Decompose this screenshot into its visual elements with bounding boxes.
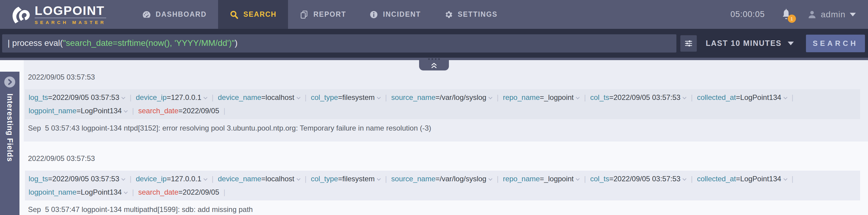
- notifications-button[interactable]: 1: [781, 9, 791, 20]
- chevron-down-icon[interactable]: [297, 177, 301, 181]
- chevron-down-icon[interactable]: [204, 177, 208, 181]
- field-value: =127.0.0.1: [167, 93, 202, 101]
- field-value: =localhost: [261, 93, 294, 101]
- fields-row: logpoint_name=LogPoint134|search_date=20…: [29, 104, 858, 117]
- field-separator: |: [132, 107, 134, 115]
- nav-label: DASHBOARD: [156, 10, 207, 19]
- log-entry: 2022/09/05 03:57:53 log_ts=2022/09/05 03…: [24, 60, 868, 142]
- chevron-down-icon[interactable]: [297, 95, 301, 99]
- field-chip-search_date[interactable]: search_date=2022/09/05: [138, 107, 219, 115]
- nav-item-report[interactable]: REPORT: [288, 0, 358, 29]
- interesting-fields-sidebar[interactable]: Interesting Fields: [0, 72, 20, 215]
- field-chip-col_type[interactable]: col_type=filesystem: [311, 93, 381, 101]
- chevron-down-icon[interactable]: [204, 95, 208, 99]
- query-input[interactable]: | process eval("search_date=strftime(now…: [2, 34, 676, 52]
- log-entry: 2022/09/05 03:57:53 log_ts=2022/09/05 03…: [24, 142, 868, 215]
- session-timer: 05:00:05: [731, 10, 765, 19]
- chevron-down-icon[interactable]: [576, 177, 580, 181]
- field-chip-log_ts[interactable]: log_ts=2022/09/05 03:57:53: [29, 93, 125, 101]
- field-name: logpoint_name: [29, 107, 76, 115]
- field-name: col_type: [311, 93, 338, 101]
- chevron-down-icon[interactable]: [489, 177, 492, 181]
- chevron-down-icon[interactable]: [124, 190, 128, 194]
- chevron-down-icon[interactable]: [683, 95, 687, 99]
- query-segment-string: "search_date=strftime(now(), 'YYYY/MM/dd…: [63, 38, 235, 48]
- field-name: collected_at: [697, 93, 736, 101]
- field-chip-collected_at[interactable]: collected_at=LogPoint134: [697, 93, 787, 101]
- entry-message: Sep 5 03:57:47 logpoint-134 multipathd[1…: [28, 205, 860, 214]
- field-chip-device_name[interactable]: device_name=localhost: [218, 93, 301, 101]
- time-range-label: LAST 10 MINUTES: [706, 39, 782, 48]
- field-chip-collected_at[interactable]: collected_at=LogPoint134: [697, 175, 787, 183]
- field-name: logpoint_name: [29, 188, 76, 196]
- field-chip-search_date[interactable]: search_date=2022/09/05: [138, 188, 219, 196]
- field-name: device_name: [218, 93, 261, 101]
- logpoint-logo[interactable]: LOGPOINT SEARCH MASTER: [10, 0, 106, 29]
- field-value: =LogPoint134: [736, 93, 781, 101]
- nav-item-search[interactable]: SEARCH: [218, 0, 288, 29]
- field-chip-repo_name[interactable]: repo_name=_logpoint: [503, 175, 580, 183]
- chevron-down-icon[interactable]: [377, 95, 381, 99]
- search-button[interactable]: SEARCH: [806, 35, 865, 52]
- field-separator: |: [497, 93, 498, 101]
- field-separator: |: [584, 93, 586, 101]
- field-chip-col_type[interactable]: col_type=filesystem: [311, 175, 381, 183]
- chevron-down-icon[interactable]: [377, 177, 381, 181]
- expand-chevron-right-icon[interactable]: [4, 76, 16, 88]
- chevron-down-icon[interactable]: [783, 95, 787, 99]
- search-bar: | process eval("search_date=strftime(now…: [0, 29, 868, 58]
- field-name: repo_name: [503, 175, 539, 183]
- field-chip-device_ip[interactable]: device_ip=127.0.0.1: [136, 93, 208, 101]
- field-chip-source_name[interactable]: source_name=/var/log/syslog: [391, 175, 492, 183]
- field-chip-source_name[interactable]: source_name=/var/log/syslog: [391, 93, 492, 101]
- field-chip-col_ts[interactable]: col_ts=2022/09/05 03:57:53: [590, 175, 687, 183]
- entry-fields-band: log_ts=2022/09/05 03:57:53|device_ip=127…: [25, 89, 860, 119]
- field-separator: |: [130, 93, 131, 101]
- collapse-searchbar-tab[interactable]: [419, 60, 449, 70]
- field-separator: |: [385, 175, 387, 183]
- chevron-down-icon[interactable]: [489, 95, 492, 99]
- log-entries-list: 2022/09/05 03:57:53 log_ts=2022/09/05 03…: [24, 60, 868, 215]
- field-chip-logpoint_name[interactable]: logpoint_name=LogPoint134: [29, 107, 128, 115]
- field-value: =_logpoint: [540, 93, 574, 101]
- field-separator: |: [223, 188, 225, 196]
- user-menu[interactable]: admin: [807, 10, 856, 20]
- query-filter-button[interactable]: [680, 35, 697, 51]
- sliders-icon: [684, 39, 693, 48]
- nav-item-incident[interactable]: INCIDENT: [358, 0, 432, 29]
- collapse-strip: [0, 58, 868, 60]
- entry-fields-band: log_ts=2022/09/05 03:57:53|device_ip=127…: [25, 171, 860, 201]
- field-name: source_name: [391, 93, 435, 101]
- chevron-down-icon[interactable]: [124, 109, 128, 113]
- chevron-down-icon[interactable]: [683, 177, 687, 181]
- field-separator: |: [497, 175, 498, 183]
- field-separator: |: [691, 175, 692, 183]
- chevron-down-icon[interactable]: [576, 95, 580, 99]
- chevron-down-icon[interactable]: [121, 95, 125, 99]
- dashboard-gauge-icon: [142, 10, 151, 19]
- entry-timestamp: 2022/09/05 03:57:53: [28, 154, 860, 163]
- field-chip-col_ts[interactable]: col_ts=2022/09/05 03:57:53: [590, 93, 687, 101]
- field-chip-logpoint_name[interactable]: logpoint_name=LogPoint134: [29, 188, 128, 196]
- nav-item-settings[interactable]: SETTINGS: [432, 0, 509, 29]
- field-chip-device_ip[interactable]: device_ip=127.0.0.1: [136, 175, 208, 183]
- field-separator: |: [212, 175, 214, 183]
- field-name: search_date: [138, 188, 179, 196]
- field-name: device_name: [218, 175, 261, 183]
- field-chip-device_name[interactable]: device_name=localhost: [218, 175, 301, 183]
- field-separator: |: [305, 93, 307, 101]
- time-range-dropdown[interactable]: LAST 10 MINUTES: [706, 39, 794, 48]
- user-caret-down-icon: [850, 13, 856, 16]
- fields-row: log_ts=2022/09/05 03:57:53|device_ip=127…: [29, 91, 858, 104]
- field-name: device_ip: [136, 93, 167, 101]
- nav-item-dashboard[interactable]: DASHBOARD: [130, 0, 218, 29]
- fields-row: log_ts=2022/09/05 03:57:53|device_ip=127…: [29, 172, 858, 185]
- field-separator: |: [792, 175, 794, 183]
- logpoint-swoosh-icon: [10, 5, 30, 25]
- settings-gear-icon: [444, 10, 453, 19]
- chevron-down-icon[interactable]: [783, 177, 787, 181]
- field-chip-log_ts[interactable]: log_ts=2022/09/05 03:57:53: [29, 175, 125, 183]
- chevron-down-icon[interactable]: [121, 177, 125, 181]
- field-separator: |: [584, 175, 586, 183]
- field-chip-repo_name[interactable]: repo_name=_logpoint: [503, 93, 580, 101]
